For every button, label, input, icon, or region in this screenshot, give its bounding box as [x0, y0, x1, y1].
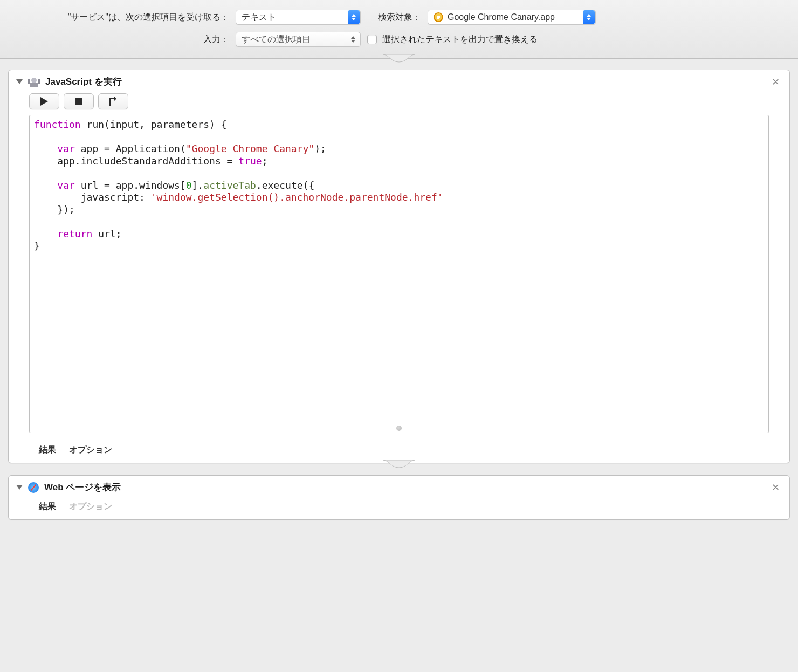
options-tab[interactable]: オプション — [69, 444, 112, 456]
disclosure-triangle-icon[interactable] — [16, 485, 23, 490]
workflow-header: "サービス"は、次の選択項目を受け取る： テキスト 検索対象： Google C… — [0, 0, 798, 59]
options-tab: オプション — [69, 501, 112, 512]
action-title: Web ページを表示 — [44, 481, 121, 493]
disclosure-triangle-icon[interactable] — [16, 79, 23, 84]
run-button[interactable] — [29, 93, 59, 109]
service-receives-label: "サービス"は、次の選択項目を受け取る： — [0, 12, 229, 23]
workflow-input-notch-icon — [383, 54, 415, 65]
action-title: JavaScript を実行 — [45, 76, 122, 88]
svg-rect-2 — [28, 79, 30, 84]
service-receives-value: テキスト — [242, 12, 347, 23]
workflow-canvas: JavaScript を実行 ✕ function run(input, par… — [0, 59, 798, 537]
input-label: 入力： — [0, 34, 229, 45]
hammer-icon — [108, 97, 119, 106]
action-display-webpage: Web ページを表示 ✕ 結果 オプション — [8, 475, 790, 520]
chrome-canary-icon — [434, 12, 443, 22]
stop-icon — [75, 98, 82, 105]
svg-point-1 — [31, 78, 37, 83]
search-in-value: Google Chrome Canary.app — [448, 12, 582, 22]
automator-icon — [28, 76, 40, 88]
play-icon — [40, 97, 48, 106]
close-icon[interactable]: ✕ — [769, 482, 782, 493]
search-in-select[interactable]: Google Chrome Canary.app — [428, 10, 596, 25]
svg-rect-0 — [30, 83, 38, 87]
script-toolbar — [9, 93, 789, 115]
safari-icon — [28, 482, 39, 493]
svg-rect-3 — [38, 79, 40, 84]
replace-output-checkbox[interactable] — [367, 35, 377, 44]
compile-button[interactable] — [98, 93, 128, 109]
chevron-updown-icon — [583, 10, 595, 24]
script-source[interactable]: function run(input, parameters) { var ap… — [30, 115, 768, 256]
replace-output-label: 選択されたテキストを出力で置き換える — [382, 34, 538, 45]
input-value: すべての選択項目 — [242, 34, 349, 45]
script-editor[interactable]: function run(input, parameters) { var ap… — [29, 115, 769, 433]
input-select[interactable]: すべての選択項目 — [236, 32, 361, 47]
results-tab[interactable]: 結果 — [39, 501, 56, 512]
service-receives-select[interactable]: テキスト — [236, 10, 361, 25]
chevron-updown-icon — [349, 36, 357, 43]
workflow-connector-icon — [383, 460, 415, 471]
action-run-javascript: JavaScript を実行 ✕ function run(input, par… — [8, 70, 790, 463]
close-icon[interactable]: ✕ — [769, 76, 782, 88]
stop-button[interactable] — [64, 93, 94, 109]
chevron-updown-icon — [348, 10, 360, 24]
resize-grip-icon[interactable] — [396, 426, 402, 431]
results-tab[interactable]: 結果 — [39, 444, 56, 456]
search-in-label: 検索対象： — [367, 12, 421, 23]
